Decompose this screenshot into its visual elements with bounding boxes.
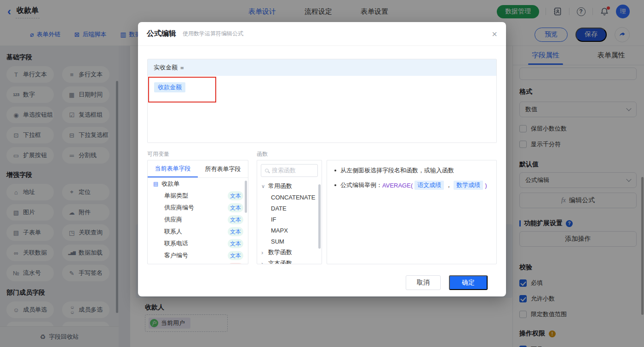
help-tip-2: 公式编辑举例： AVERAGE( 语文成绩 ， 数学成绩 ) (334, 181, 489, 190)
modal-subtitle: 使用数学运算符编辑公式 (183, 30, 243, 38)
app-root: ‹ 收款单 表单设计 流程设定 表单设置 数据管理 ? 理 (0, 0, 644, 347)
formula-target-row: 实收金额 = (148, 59, 496, 76)
bullet-icon (334, 184, 336, 186)
variable-field-row[interactable]: 联系电话 文本 (148, 238, 248, 250)
variables-label: 可用变量 (147, 150, 169, 158)
help-tip-1: 从左侧面板选择字段名和函数，或输入函数 (334, 166, 489, 175)
function-list-item[interactable]: 常用函数 (257, 181, 322, 192)
variables-tab[interactable]: 所有表单字段 (198, 160, 248, 177)
field-type-badge: 文本 (228, 191, 243, 200)
variable-field-row[interactable]: 单据类型 文本 (148, 190, 248, 202)
example-field-tag: 语文成绩 (414, 181, 444, 190)
variables-tab[interactable]: 当前表单字段 (148, 160, 198, 177)
search-placeholder: 搜索函数 (272, 166, 296, 175)
function-list-item[interactable]: MAPX (257, 225, 322, 236)
field-type-badge-clipped (228, 263, 243, 264)
variable-field-row[interactable]: 客户编号 文本 (148, 250, 248, 262)
form-doc-icon: ▤ (153, 181, 158, 187)
variable-field-row[interactable]: 供应商编号 文本 (148, 202, 248, 214)
variable-field-row-clipped[interactable] (148, 262, 248, 264)
functions-label: 函数 (257, 150, 268, 158)
function-list-item[interactable]: CONCATENATE (257, 192, 322, 203)
variables-panel: 当前表单字段 所有表单字段 ▤ 收款单 单据类型 文本 (147, 160, 248, 264)
formula-input-area[interactable]: 收款金额 (148, 76, 496, 143)
function-list-item[interactable]: IF (257, 214, 322, 225)
field-type-badge: 文本 (228, 203, 243, 212)
bullet-icon (334, 170, 336, 171)
function-list-item[interactable]: 文本函数 (257, 258, 322, 264)
formula-target: 实收金额 (154, 63, 178, 72)
caret-icon (261, 183, 268, 189)
field-type-badge: 文本 (228, 227, 243, 236)
help-panel: 从左侧面板选择字段名和函数，或输入函数 公式编辑举例： AVERAGE( 语文成… (327, 160, 497, 264)
modal-title: 公式编辑 (147, 29, 176, 39)
example-field-tag: 数学成绩 (454, 181, 483, 190)
function-list-item[interactable]: 数学函数 (257, 247, 322, 258)
formula-editor: 实收金额 = 收款金额 (147, 59, 497, 143)
caret-icon (261, 249, 268, 256)
functions-panel: 搜索函数 常用函数 CONCATENATE (257, 160, 322, 264)
search-icon (265, 169, 269, 172)
variable-field-row[interactable]: 联系人 文本 (148, 226, 248, 238)
example-close-paren: ) (485, 182, 487, 189)
caret-icon (261, 260, 268, 265)
variable-field-row[interactable]: 供应商 文本 (148, 214, 248, 226)
variables-scrollbar[interactable] (245, 181, 247, 213)
cancel-button[interactable]: 取消 (406, 275, 441, 290)
field-type-badge: 文本 (228, 251, 243, 260)
close-icon[interactable]: × (492, 29, 497, 39)
function-list-item[interactable]: DATE (257, 203, 322, 214)
formula-field-token[interactable]: 收款金额 (154, 82, 185, 92)
confirm-button[interactable]: 确定 (449, 275, 488, 290)
field-type-badge: 文本 (228, 215, 243, 224)
equals-sign: = (180, 64, 184, 71)
field-type-badge: 文本 (228, 239, 243, 248)
variables-tree-root[interactable]: ▤ 收款单 (148, 178, 248, 190)
modal-header: 公式编辑 使用数学运算符编辑公式 × (138, 22, 506, 46)
function-search-input[interactable]: 搜索函数 (261, 164, 318, 177)
example-function: AVERAGE( (382, 182, 413, 189)
formula-edit-modal: 公式编辑 使用数学运算符编辑公式 × 实收金额 = 收款金额 可用变量 函数 (138, 22, 506, 296)
functions-scrollbar[interactable] (318, 184, 321, 249)
function-list-item[interactable]: SUM (257, 236, 322, 247)
